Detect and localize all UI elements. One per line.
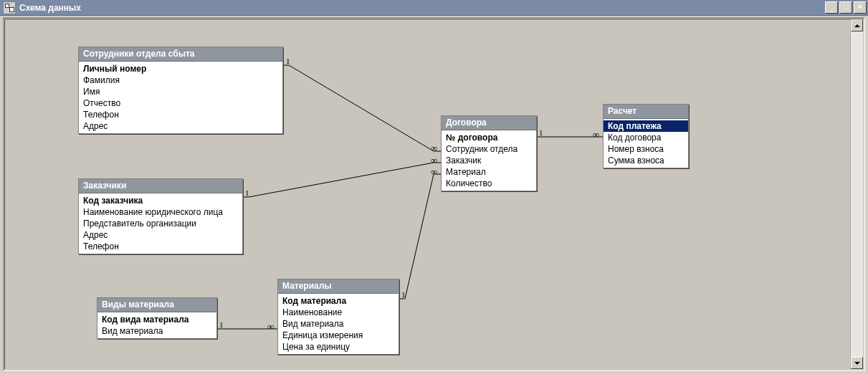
field[interactable]: Адрес: [79, 229, 242, 241]
field[interactable]: Номер взноса: [604, 143, 688, 155]
table-title: Расчет: [604, 105, 688, 119]
table-title: Договора: [442, 116, 536, 130]
table-title: Виды материала: [97, 298, 216, 312]
field-pk[interactable]: Личный номер: [79, 63, 282, 75]
table-customers[interactable]: Заказчики Код заказчика Наименование юри…: [78, 178, 243, 254]
field[interactable]: Представитель организации: [79, 218, 242, 229]
table-title: Заказчики: [79, 179, 242, 193]
field-pk[interactable]: Код вида материала: [97, 314, 216, 325]
cardinality-one: 1: [401, 290, 406, 299]
close-button[interactable]: ×: [854, 1, 867, 14]
titlebar: Схема данных _ □ ×: [0, 0, 868, 16]
table-material-kinds[interactable]: Виды материала Код вида материала Вид ма…: [97, 297, 217, 339]
table-title: Материалы: [278, 279, 399, 294]
field[interactable]: Имя: [79, 86, 282, 97]
scroll-up-button[interactable]: [851, 19, 863, 32]
cardinality-many: ∞: [267, 321, 274, 332]
cardinality-one: 1: [286, 57, 290, 65]
maximize-button[interactable]: □: [839, 1, 852, 14]
cardinality-many: ∞: [593, 129, 599, 140]
table-employees[interactable]: Сотрудники отдела сбыта Личный номер Фам…: [78, 47, 283, 134]
table-materials[interactable]: Материалы Код материала Наименование Вид…: [277, 279, 399, 355]
field[interactable]: Отчество: [79, 97, 282, 109]
arrow-up-icon: [854, 24, 860, 27]
cardinality-many: ∞: [431, 155, 437, 166]
field[interactable]: Количество: [442, 178, 536, 189]
minimize-button[interactable]: _: [825, 1, 838, 14]
cardinality-many: ∞: [431, 143, 437, 154]
diagram-canvas[interactable]: 1 ∞ 1 ∞ 1 ∞ 1 ∞ 1 ∞ Сотрудники отдела сб…: [5, 19, 863, 369]
vertical-scrollbar[interactable]: [850, 19, 863, 369]
field[interactable]: Фамилия: [79, 75, 282, 86]
window-title: Схема данных: [19, 3, 824, 13]
arrow-down-icon: [854, 362, 860, 365]
field[interactable]: Телефон: [79, 241, 242, 252]
cardinality-one: 1: [245, 188, 249, 197]
table-title: Сотрудники отдела сбыта: [79, 47, 282, 62]
scroll-track[interactable]: [851, 32, 863, 357]
scroll-down-button[interactable]: [851, 357, 863, 369]
field[interactable]: Телефон: [79, 109, 282, 120]
field[interactable]: Сотрудник отдела: [442, 143, 536, 155]
field[interactable]: Код договора: [604, 132, 688, 143]
table-payment[interactable]: Расчет Код платежа Код договора Номер вз…: [603, 104, 689, 168]
field[interactable]: Адрес: [79, 120, 282, 132]
table-contracts[interactable]: Договора № договора Сотрудник отдела Зак…: [441, 115, 537, 191]
app-icon: [3, 1, 16, 14]
field-pk[interactable]: № договора: [442, 132, 536, 143]
field-pk[interactable]: Код заказчика: [79, 195, 242, 206]
field[interactable]: Заказчик: [442, 155, 536, 166]
field[interactable]: Наименование: [278, 307, 399, 318]
field-pk[interactable]: Код материала: [278, 295, 399, 307]
field[interactable]: Сумма взноса: [604, 155, 688, 166]
cardinality-one: 1: [539, 128, 543, 137]
field[interactable]: Вид материала: [97, 325, 216, 337]
field[interactable]: Наименование юридического лица: [79, 206, 242, 218]
field-pk-selected[interactable]: Код платежа: [604, 120, 688, 132]
field[interactable]: Вид материала: [278, 318, 399, 330]
cardinality-many: ∞: [431, 166, 437, 178]
client-area: 1 ∞ 1 ∞ 1 ∞ 1 ∞ 1 ∞ Сотрудники отдела сб…: [3, 17, 865, 371]
cardinality-one: 1: [219, 320, 224, 329]
field[interactable]: Материал: [442, 166, 536, 178]
field[interactable]: Цена за единицу: [278, 341, 399, 353]
field[interactable]: Единица измерения: [278, 330, 399, 341]
